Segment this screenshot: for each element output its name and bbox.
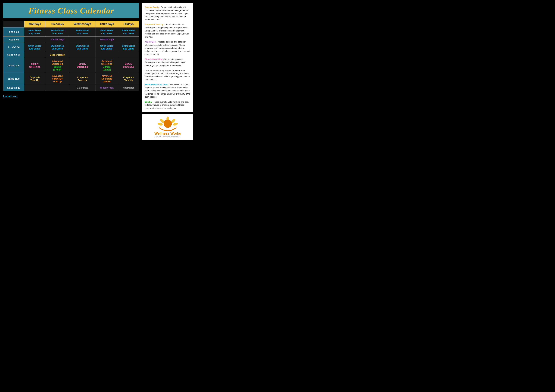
content-cell: SimplyStretching bbox=[118, 58, 139, 73]
page-wrapper: Fitness Class Calendar Mondays Tuesdays … bbox=[3, 3, 193, 140]
content-cell bbox=[24, 85, 45, 91]
content-cell: Swim SeriesLap Lanes bbox=[118, 43, 139, 52]
content-cell: Sunrise Yoga bbox=[45, 36, 69, 43]
day-friday: Fridays bbox=[118, 21, 139, 28]
time-cell: 7:00-8:00 bbox=[3, 36, 24, 43]
content-cell: AdvancedCorporateTone Up bbox=[45, 73, 69, 85]
time-cell: 11:30-3:00 bbox=[3, 43, 24, 52]
locations-link[interactable]: Locations: bbox=[3, 95, 18, 98]
content-cell: AdvancedStretching Zumba(1 hour) bbox=[95, 58, 118, 73]
svg-point-3 bbox=[157, 122, 163, 126]
logo-wrapper: Wellness Works Alachua County Risk Manag… bbox=[145, 117, 190, 137]
content-cell: Swim SeriesLap Lanes bbox=[69, 43, 95, 52]
locations-label: Locations: bbox=[3, 95, 18, 98]
content-cell: CorporateTone Up bbox=[118, 73, 139, 85]
svg-point-5 bbox=[164, 120, 172, 128]
wellness-works-logo-svg bbox=[157, 117, 179, 131]
time-cell: 12:00-12:30 bbox=[3, 58, 24, 73]
content-cell: Swim SeriesLap Lanes bbox=[24, 28, 45, 36]
content-cell bbox=[118, 52, 139, 58]
content-cell: Swim SeriesLap Lanes bbox=[95, 43, 118, 52]
right-sidebar: Cooper Ready - Group circuit training ba… bbox=[142, 3, 193, 140]
logo-box: Wellness Works Alachua County Risk Manag… bbox=[142, 114, 193, 140]
content-cell: Swim SeriesLap Lanes bbox=[69, 28, 95, 36]
time-cell: 12:30-1:00 bbox=[3, 73, 24, 85]
logo-subtitle: Alachua County Risk Management bbox=[155, 135, 180, 137]
content-cell: Midday Yoga bbox=[95, 85, 118, 91]
day-thursday: Thursdays bbox=[95, 21, 118, 28]
table-row: 11:30-12:15 Cooper Ready bbox=[3, 52, 139, 58]
table-row: 7:00-8:00 Sunrise Yoga Sunrise Yoga bbox=[3, 36, 139, 43]
page-title: Fitness Class Calendar bbox=[5, 6, 138, 15]
desc-zumba: Zumba - Fuses hypnotic Latin rhythms and… bbox=[145, 100, 190, 110]
content-cell: SimplyStretching bbox=[24, 58, 45, 73]
content-cell: SimplyStretching bbox=[69, 58, 95, 73]
content-cell bbox=[24, 52, 45, 58]
time-header bbox=[3, 21, 24, 28]
content-cell: CorporateTone Up bbox=[24, 73, 45, 85]
time-cell: 11:30-12:15 bbox=[3, 52, 24, 58]
day-monday: Mondays bbox=[24, 21, 45, 28]
desc-cooper: Cooper Ready - Group circuit training ba… bbox=[145, 6, 190, 21]
content-cell: Swim SeriesLap Lanes bbox=[24, 43, 45, 52]
locations-section: Locations: bbox=[3, 95, 139, 98]
svg-point-4 bbox=[172, 122, 178, 126]
content-cell bbox=[95, 52, 118, 58]
desc-corporate: Corporate Tone Up - 30- minute workouts … bbox=[145, 23, 190, 39]
desc-sunrise: Sunrise and Midday Yoga - Experience an … bbox=[145, 69, 190, 81]
content-cell bbox=[118, 36, 139, 43]
content-cell: Mat Pilates bbox=[69, 85, 95, 91]
content-cell bbox=[69, 52, 95, 58]
calendar-body: 6:00-9:00 Swim SeriesLap Lanes Swim Seri… bbox=[3, 28, 139, 91]
logo-name: Wellness Works bbox=[154, 131, 181, 135]
content-cell: Mat Pilates bbox=[118, 85, 139, 91]
info-box: Cooper Ready - Group circuit training ba… bbox=[142, 3, 193, 112]
desc-swim: Swim Series- Lap lanes - Get advice on h… bbox=[145, 83, 190, 99]
table-row: 11:30-3:00 Swim SeriesLap Lanes Swim Ser… bbox=[3, 43, 139, 52]
table-row: 12:30-1:00 CorporateTone Up AdvancedCorp… bbox=[3, 73, 139, 85]
content-cell: AdvancedCorporateTone Up bbox=[95, 73, 118, 85]
content-cell: Sunrise Yoga bbox=[95, 36, 118, 43]
calendar-table: Mondays Tuesdays Wednesdays Thursdays Fr… bbox=[3, 21, 139, 91]
time-cell: 6:00-9:00 bbox=[3, 28, 24, 36]
desc-mat-pilates: Mat Pilates - Increase strength and defi… bbox=[145, 40, 190, 56]
left-section: Fitness Class Calendar Mondays Tuesdays … bbox=[3, 3, 139, 98]
day-wednesday: Wednesdays bbox=[69, 21, 95, 28]
header-row: Mondays Tuesdays Wednesdays Thursdays Fr… bbox=[3, 21, 139, 28]
content-cell: Swim SeriesLap Lanes bbox=[95, 28, 118, 36]
content-cell: Cooper Ready bbox=[45, 52, 69, 58]
content-cell: AdvancedStretching Zumba(1 hour) bbox=[45, 58, 69, 73]
day-tuesday: Tuesdays bbox=[45, 21, 69, 28]
content-cell bbox=[45, 85, 69, 91]
table-row: 12:00-12:30 SimplyStretching AdvancedStr… bbox=[3, 58, 139, 73]
content-cell: Swim SeriesLap Lanes bbox=[45, 28, 69, 36]
desc-simply: Simply Stretching - 30- minute sessions … bbox=[145, 58, 190, 67]
content-cell bbox=[24, 36, 45, 43]
table-row: 12:00-12:45 Mat Pilates Midday Yoga Mat … bbox=[3, 85, 139, 91]
time-cell: 12:00-12:45 bbox=[3, 85, 24, 91]
content-cell: CorporateTone Up bbox=[69, 73, 95, 85]
content-cell: Swim SeriesLap Lanes bbox=[118, 28, 139, 36]
title-bar: Fitness Class Calendar bbox=[3, 3, 139, 18]
content-cell: Swim SeriesLap Lanes bbox=[45, 43, 69, 52]
content-cell bbox=[69, 36, 95, 43]
table-row: 6:00-9:00 Swim SeriesLap Lanes Swim Seri… bbox=[3, 28, 139, 36]
